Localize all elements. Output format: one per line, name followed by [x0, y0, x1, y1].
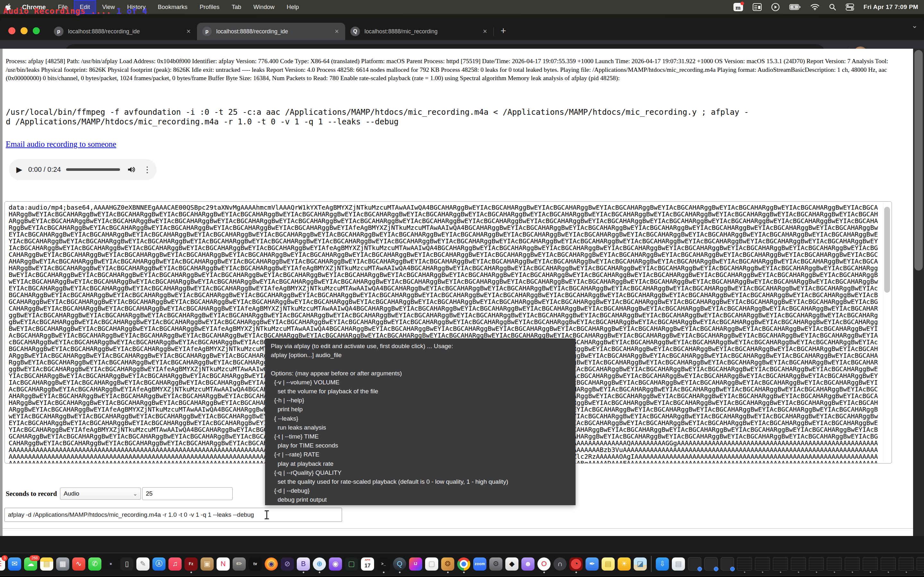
textedit-icon[interactable]: ✎: [136, 558, 150, 571]
minimized-terminal-window[interactable]: [899, 557, 914, 571]
tab-close-icon[interactable]: ×: [333, 27, 340, 35]
blank-document-icon[interactable]: ▢: [425, 558, 438, 571]
minimized-terminal-window[interactable]: [791, 557, 806, 571]
tab-title: localhost:8888/recording_ide: [216, 28, 329, 35]
running-indicator: [744, 572, 745, 573]
minimized-terminal-window[interactable]: [737, 557, 752, 571]
dark-pane-icon[interactable]: ▢: [345, 558, 358, 571]
menu-item-tab[interactable]: Tab: [226, 0, 247, 14]
seconds-to-record-label: Seconds to record: [6, 490, 57, 498]
photo-viewer-icon[interactable]: ◪: [634, 558, 647, 571]
tab-close-icon[interactable]: ×: [185, 27, 192, 35]
close-window-button[interactable]: [8, 27, 15, 34]
tab-close-icon[interactable]: ×: [481, 27, 488, 35]
speedometer-icon[interactable]: ◔: [569, 558, 583, 571]
voice-memo-icon[interactable]: ∿: [72, 558, 86, 571]
browser-scrollbar-thumb[interactable]: [914, 50, 923, 271]
mail-icon[interactable]: ✉: [8, 558, 21, 571]
minimized-terminal-window[interactable]: [773, 557, 788, 571]
gimp-icon[interactable]: ✏: [233, 558, 246, 571]
new-tab-button[interactable]: +: [493, 25, 513, 40]
character-app-icon[interactable]: ☻: [521, 558, 535, 571]
music-icon[interactable]: ♫: [168, 558, 182, 571]
hidden-window[interactable]: [688, 557, 701, 571]
app-store-icon[interactable]: Ⓐ: [152, 558, 166, 571]
minimized-terminal-window[interactable]: [881, 557, 896, 571]
player-seek-slider[interactable]: [66, 168, 120, 171]
textarea-scrollbar[interactable]: [883, 202, 891, 462]
textarea-scrollbar-thumb[interactable]: [884, 207, 890, 293]
minimized-terminal-window[interactable]: [755, 557, 770, 571]
opera-icon[interactable]: O: [537, 558, 551, 571]
bible-app-icon[interactable]: B: [297, 558, 310, 571]
menu-item-help[interactable]: Help: [281, 0, 305, 14]
podcasts-icon[interactable]: ◉: [329, 558, 342, 571]
browser-tab-3[interactable]: Qlocalhost:8888/mic_recording×: [345, 23, 493, 40]
minimize-window-button[interactable]: [21, 27, 27, 34]
safari-icon[interactable]: ⊕: [313, 558, 326, 571]
player-play-icon[interactable]: ▶: [10, 165, 28, 174]
minimized-terminal-window[interactable]: [917, 557, 924, 571]
mamp-status-icon[interactable]: m: [733, 3, 743, 11]
iphone-mirroring-icon[interactable]: ▯: [120, 558, 134, 571]
launchpad-icon[interactable]: ▦: [56, 558, 69, 571]
wifi-icon[interactable]: [811, 4, 819, 10]
minimized-terminal-window[interactable]: [863, 557, 878, 571]
zoom-window-button[interactable]: [33, 27, 40, 34]
search-icon[interactable]: [829, 3, 836, 11]
pen-app-icon[interactable]: ✒: [586, 558, 599, 571]
news-icon[interactable]: N: [216, 558, 230, 571]
calendar-icon[interactable]: 17APR: [361, 558, 374, 571]
quicktime-icon[interactable]: Q: [393, 558, 406, 571]
messages-icon[interactable]: ☁268: [24, 558, 37, 571]
running-indicator: [762, 572, 763, 573]
player-volume-icon[interactable]: [127, 166, 136, 173]
running-indicator: [870, 572, 871, 573]
reminders-icon[interactable]: ☰3: [0, 558, 5, 571]
menu-item-window[interactable]: Window: [247, 0, 281, 14]
audio-player[interactable]: ▶ 0:00 / 0:24 ⋮: [9, 159, 157, 180]
spreadsheet-window-icon[interactable]: ▤: [672, 558, 685, 571]
notes-icon[interactable]: ▤: [40, 558, 53, 571]
window-grid-icon[interactable]: [753, 3, 762, 11]
browser-tab-2[interactable]: plocalhost:8888/recording_ide×: [197, 23, 345, 40]
mammoth-icon[interactable]: ∩: [553, 558, 567, 571]
downloads-folder-icon[interactable]: ⇩: [656, 558, 669, 571]
tab-search-chevron-icon[interactable]: ⌄: [912, 21, 918, 30]
inkscape-icon[interactable]: ◆: [505, 558, 519, 571]
player-menu-icon[interactable]: ⋮: [139, 165, 155, 175]
dock: ☺☰3✉☁268▤▦∿✆▪▯✎Ⓐ♫Fz▣N✏tv◉⊘B⊕◉▢17APR>_QIJ…: [0, 553, 924, 576]
menu-item-bookmarks[interactable]: Bookmarks: [152, 0, 194, 14]
period-input[interactable]: [142, 487, 233, 500]
afplay-command-input[interactable]: [5, 508, 342, 522]
stickies-icon[interactable]: ▤: [602, 558, 615, 571]
apple-tv-icon[interactable]: tv: [249, 558, 262, 571]
minimized-terminal-window[interactable]: [809, 557, 824, 571]
facetime-icon[interactable]: ✆: [88, 558, 102, 571]
browser-tab-1[interactable]: plocalhost:8888/recording_ide×: [49, 23, 197, 40]
minimized-terminal-window[interactable]: [845, 557, 860, 571]
firefox-icon[interactable]: ◉: [265, 558, 278, 571]
system-settings-icon[interactable]: ⚙: [489, 558, 502, 571]
chrome-icon[interactable]: [457, 558, 470, 571]
media-type-select[interactable]: Audio ⌄: [60, 488, 141, 500]
filezilla-icon[interactable]: Fz: [184, 558, 198, 571]
play-circle-icon[interactable]: [771, 3, 780, 11]
email-recording-link[interactable]: Email audio recording to someone: [6, 140, 116, 149]
control-center-icon[interactable]: [846, 3, 854, 11]
hidden-window[interactable]: [704, 557, 718, 571]
menu-item-profiles[interactable]: Profiles: [194, 0, 226, 14]
terminal-icon[interactable]: >_: [377, 558, 390, 571]
battery-icon[interactable]: [789, 4, 801, 10]
do-not-disturb-icon[interactable]: ⊘: [281, 558, 294, 571]
art-palette-icon[interactable]: ❂: [441, 558, 454, 571]
utility-dark-icon[interactable]: ▪: [104, 558, 118, 571]
archive-folder-icon[interactable]: ▣: [200, 558, 214, 571]
idea-bulb-icon[interactable]: ☀: [618, 558, 631, 571]
intellij-idea-icon[interactable]: IJ: [409, 558, 422, 571]
browser-scrollbar[interactable]: [913, 49, 924, 536]
zoom-icon[interactable]: zoom: [473, 558, 486, 571]
hidden-window[interactable]: [720, 557, 734, 571]
menu-bar-clock[interactable]: Fri Apr 17 7:09 PM: [864, 3, 918, 11]
minimized-terminal-window[interactable]: [827, 557, 842, 571]
